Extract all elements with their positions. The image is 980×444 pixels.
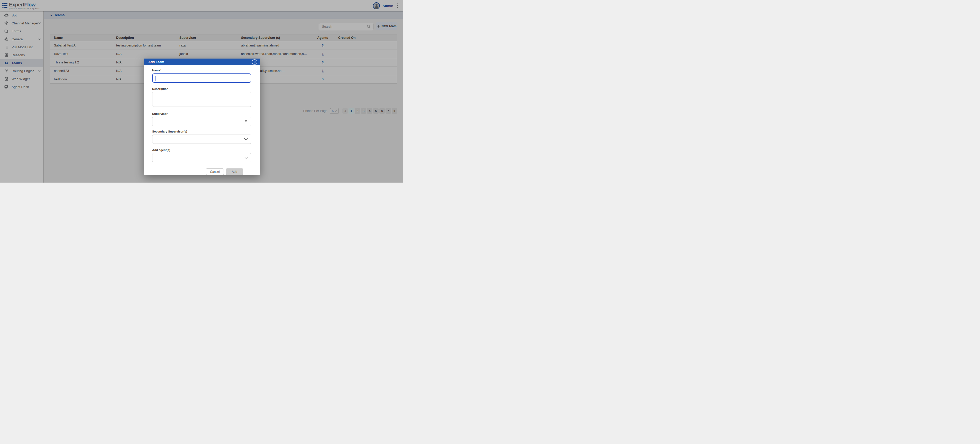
add-agents-select[interactable] xyxy=(152,153,251,162)
chevron-down-icon xyxy=(244,138,248,141)
dropdown-arrow-icon xyxy=(245,121,247,122)
chevron-down-icon xyxy=(244,157,248,159)
team-description-textarea[interactable] xyxy=(152,92,251,107)
supervisor-select[interactable] xyxy=(152,117,251,126)
secondary-supervisor-select[interactable] xyxy=(152,135,251,144)
secondary-supervisor-field-label: Secondary Supervisor(s) xyxy=(152,130,252,133)
app-root: ExpertFlow your callcenter experts Admin xyxy=(0,0,403,182)
text-caret xyxy=(155,76,156,81)
modal-actions: Cancel Add xyxy=(152,162,252,175)
modal-header: Add Team xyxy=(144,59,260,65)
close-icon[interactable] xyxy=(252,59,257,65)
modal-title: Add Team xyxy=(148,60,164,64)
add-agents-field-label: Add agent(s) xyxy=(152,148,252,152)
add-team-modal: Add Team Name* Description Supervisor Se… xyxy=(144,59,260,175)
name-field-label: Name* xyxy=(152,69,252,72)
cancel-button[interactable]: Cancel xyxy=(206,168,224,175)
modal-body: Name* Description Supervisor Secondary S… xyxy=(144,65,260,175)
description-field-label: Description xyxy=(152,87,252,90)
team-name-input[interactable] xyxy=(152,73,251,83)
add-button[interactable]: Add xyxy=(226,168,243,175)
supervisor-field-label: Supervisor xyxy=(152,112,252,115)
